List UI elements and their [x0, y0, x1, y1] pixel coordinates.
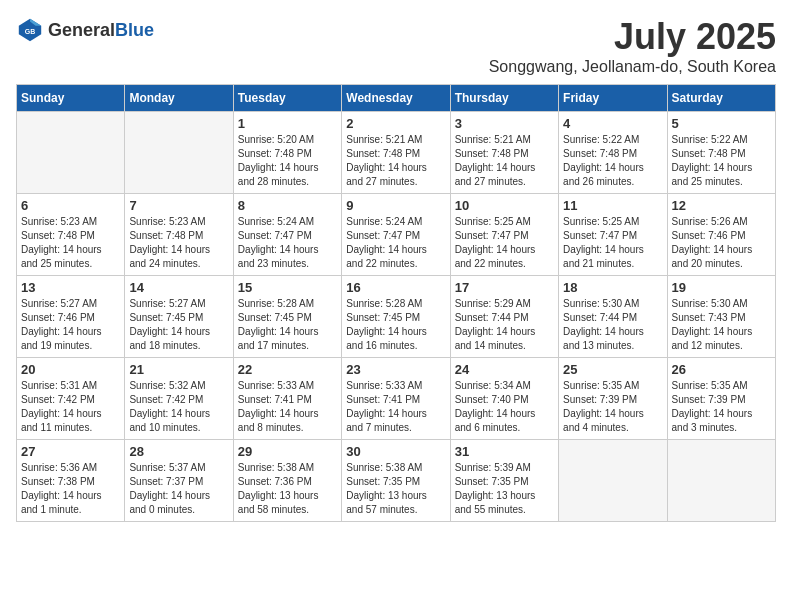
calendar-cell: 29Sunrise: 5:38 AM Sunset: 7:36 PM Dayli… — [233, 440, 341, 522]
day-number: 8 — [238, 198, 337, 213]
title-block: July 2025 Songgwang, Jeollanam-do, South… — [489, 16, 776, 76]
day-number: 4 — [563, 116, 662, 131]
day-number: 25 — [563, 362, 662, 377]
week-row-3: 13Sunrise: 5:27 AM Sunset: 7:46 PM Dayli… — [17, 276, 776, 358]
cell-content: Sunrise: 5:22 AM Sunset: 7:48 PM Dayligh… — [563, 133, 662, 189]
calendar-cell: 17Sunrise: 5:29 AM Sunset: 7:44 PM Dayli… — [450, 276, 558, 358]
cell-content: Sunrise: 5:38 AM Sunset: 7:35 PM Dayligh… — [346, 461, 445, 517]
location-title: Songgwang, Jeollanam-do, South Korea — [489, 58, 776, 76]
calendar-header-row: SundayMondayTuesdayWednesdayThursdayFrid… — [17, 85, 776, 112]
day-header-sunday: Sunday — [17, 85, 125, 112]
cell-content: Sunrise: 5:31 AM Sunset: 7:42 PM Dayligh… — [21, 379, 120, 435]
calendar-table: SundayMondayTuesdayWednesdayThursdayFrid… — [16, 84, 776, 522]
cell-content: Sunrise: 5:21 AM Sunset: 7:48 PM Dayligh… — [455, 133, 554, 189]
day-number: 1 — [238, 116, 337, 131]
calendar-cell — [667, 440, 775, 522]
cell-content: Sunrise: 5:30 AM Sunset: 7:44 PM Dayligh… — [563, 297, 662, 353]
calendar-cell: 31Sunrise: 5:39 AM Sunset: 7:35 PM Dayli… — [450, 440, 558, 522]
cell-content: Sunrise: 5:23 AM Sunset: 7:48 PM Dayligh… — [129, 215, 228, 271]
logo: GB GeneralBlue — [16, 16, 154, 44]
day-number: 28 — [129, 444, 228, 459]
day-number: 6 — [21, 198, 120, 213]
cell-content: Sunrise: 5:39 AM Sunset: 7:35 PM Dayligh… — [455, 461, 554, 517]
calendar-cell: 9Sunrise: 5:24 AM Sunset: 7:47 PM Daylig… — [342, 194, 450, 276]
month-title: July 2025 — [489, 16, 776, 58]
day-number: 22 — [238, 362, 337, 377]
cell-content: Sunrise: 5:24 AM Sunset: 7:47 PM Dayligh… — [238, 215, 337, 271]
day-number: 7 — [129, 198, 228, 213]
cell-content: Sunrise: 5:35 AM Sunset: 7:39 PM Dayligh… — [672, 379, 771, 435]
cell-content: Sunrise: 5:27 AM Sunset: 7:45 PM Dayligh… — [129, 297, 228, 353]
cell-content: Sunrise: 5:25 AM Sunset: 7:47 PM Dayligh… — [455, 215, 554, 271]
calendar-cell: 8Sunrise: 5:24 AM Sunset: 7:47 PM Daylig… — [233, 194, 341, 276]
day-number: 27 — [21, 444, 120, 459]
cell-content: Sunrise: 5:28 AM Sunset: 7:45 PM Dayligh… — [238, 297, 337, 353]
calendar-cell: 2Sunrise: 5:21 AM Sunset: 7:48 PM Daylig… — [342, 112, 450, 194]
day-header-tuesday: Tuesday — [233, 85, 341, 112]
calendar-cell: 20Sunrise: 5:31 AM Sunset: 7:42 PM Dayli… — [17, 358, 125, 440]
day-number: 29 — [238, 444, 337, 459]
day-header-thursday: Thursday — [450, 85, 558, 112]
logo-icon: GB — [16, 16, 44, 44]
calendar-cell: 6Sunrise: 5:23 AM Sunset: 7:48 PM Daylig… — [17, 194, 125, 276]
calendar-cell: 5Sunrise: 5:22 AM Sunset: 7:48 PM Daylig… — [667, 112, 775, 194]
week-row-2: 6Sunrise: 5:23 AM Sunset: 7:48 PM Daylig… — [17, 194, 776, 276]
cell-content: Sunrise: 5:33 AM Sunset: 7:41 PM Dayligh… — [238, 379, 337, 435]
day-number: 12 — [672, 198, 771, 213]
day-number: 9 — [346, 198, 445, 213]
calendar-cell: 19Sunrise: 5:30 AM Sunset: 7:43 PM Dayli… — [667, 276, 775, 358]
day-number: 14 — [129, 280, 228, 295]
day-number: 26 — [672, 362, 771, 377]
calendar-cell: 12Sunrise: 5:26 AM Sunset: 7:46 PM Dayli… — [667, 194, 775, 276]
calendar-cell: 26Sunrise: 5:35 AM Sunset: 7:39 PM Dayli… — [667, 358, 775, 440]
day-number: 13 — [21, 280, 120, 295]
day-number: 18 — [563, 280, 662, 295]
page-header: GB GeneralBlue July 2025 Songgwang, Jeol… — [16, 16, 776, 76]
day-header-monday: Monday — [125, 85, 233, 112]
calendar-cell: 11Sunrise: 5:25 AM Sunset: 7:47 PM Dayli… — [559, 194, 667, 276]
day-number: 17 — [455, 280, 554, 295]
calendar-cell: 25Sunrise: 5:35 AM Sunset: 7:39 PM Dayli… — [559, 358, 667, 440]
cell-content: Sunrise: 5:36 AM Sunset: 7:38 PM Dayligh… — [21, 461, 120, 517]
calendar-body: 1Sunrise: 5:20 AM Sunset: 7:48 PM Daylig… — [17, 112, 776, 522]
day-number: 24 — [455, 362, 554, 377]
day-number: 16 — [346, 280, 445, 295]
cell-content: Sunrise: 5:33 AM Sunset: 7:41 PM Dayligh… — [346, 379, 445, 435]
calendar-cell: 3Sunrise: 5:21 AM Sunset: 7:48 PM Daylig… — [450, 112, 558, 194]
calendar-cell: 21Sunrise: 5:32 AM Sunset: 7:42 PM Dayli… — [125, 358, 233, 440]
cell-content: Sunrise: 5:25 AM Sunset: 7:47 PM Dayligh… — [563, 215, 662, 271]
calendar-cell: 28Sunrise: 5:37 AM Sunset: 7:37 PM Dayli… — [125, 440, 233, 522]
logo-blue: Blue — [115, 20, 154, 40]
cell-content: Sunrise: 5:32 AM Sunset: 7:42 PM Dayligh… — [129, 379, 228, 435]
cell-content: Sunrise: 5:30 AM Sunset: 7:43 PM Dayligh… — [672, 297, 771, 353]
day-number: 15 — [238, 280, 337, 295]
day-header-friday: Friday — [559, 85, 667, 112]
day-number: 30 — [346, 444, 445, 459]
calendar-cell — [17, 112, 125, 194]
cell-content: Sunrise: 5:37 AM Sunset: 7:37 PM Dayligh… — [129, 461, 228, 517]
cell-content: Sunrise: 5:23 AM Sunset: 7:48 PM Dayligh… — [21, 215, 120, 271]
svg-text:GB: GB — [25, 28, 36, 35]
day-number: 2 — [346, 116, 445, 131]
day-number: 21 — [129, 362, 228, 377]
cell-content: Sunrise: 5:38 AM Sunset: 7:36 PM Dayligh… — [238, 461, 337, 517]
calendar-cell: 13Sunrise: 5:27 AM Sunset: 7:46 PM Dayli… — [17, 276, 125, 358]
week-row-1: 1Sunrise: 5:20 AM Sunset: 7:48 PM Daylig… — [17, 112, 776, 194]
calendar-cell: 18Sunrise: 5:30 AM Sunset: 7:44 PM Dayli… — [559, 276, 667, 358]
week-row-5: 27Sunrise: 5:36 AM Sunset: 7:38 PM Dayli… — [17, 440, 776, 522]
day-header-wednesday: Wednesday — [342, 85, 450, 112]
cell-content: Sunrise: 5:27 AM Sunset: 7:46 PM Dayligh… — [21, 297, 120, 353]
day-number: 11 — [563, 198, 662, 213]
calendar-cell — [559, 440, 667, 522]
cell-content: Sunrise: 5:21 AM Sunset: 7:48 PM Dayligh… — [346, 133, 445, 189]
cell-content: Sunrise: 5:24 AM Sunset: 7:47 PM Dayligh… — [346, 215, 445, 271]
calendar-cell: 16Sunrise: 5:28 AM Sunset: 7:45 PM Dayli… — [342, 276, 450, 358]
calendar-cell: 15Sunrise: 5:28 AM Sunset: 7:45 PM Dayli… — [233, 276, 341, 358]
cell-content: Sunrise: 5:26 AM Sunset: 7:46 PM Dayligh… — [672, 215, 771, 271]
calendar-cell: 7Sunrise: 5:23 AM Sunset: 7:48 PM Daylig… — [125, 194, 233, 276]
calendar-cell — [125, 112, 233, 194]
calendar-cell: 14Sunrise: 5:27 AM Sunset: 7:45 PM Dayli… — [125, 276, 233, 358]
logo-general: General — [48, 20, 115, 40]
day-number: 10 — [455, 198, 554, 213]
calendar-cell: 30Sunrise: 5:38 AM Sunset: 7:35 PM Dayli… — [342, 440, 450, 522]
